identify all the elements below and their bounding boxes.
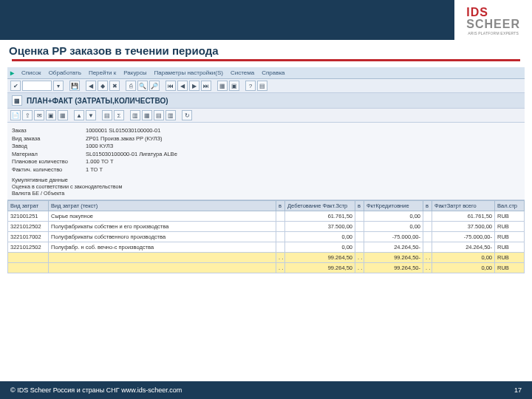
col-header[interactable]: в [355,200,364,211]
next-page-icon[interactable]: ▶ [189,81,200,91]
table-cell [276,242,285,252]
table-cell: 0,00 [432,262,495,273]
menu-settings[interactable]: Параметры настройки(S) [154,69,223,76]
overview-icon[interactable]: ▦ [12,95,22,106]
col-icon[interactable]: ▦ [58,110,68,120]
find-next-icon[interactable]: 🔎 [149,81,160,91]
col-header[interactable]: ФктКредитовние [364,200,423,211]
layout-icon[interactable]: ▤ [257,81,267,91]
table-cell: 99.264,50- [364,252,423,262]
menu-list[interactable]: Список [21,69,41,76]
prev-page-icon[interactable]: ◀ [177,81,188,91]
back-icon[interactable]: ◀ [86,81,96,91]
toolbar-main: ✔ ▾ 💾 ◀ ◆ ✖ ⎙ 🔍 🔎 ⏮ ◀ ▶ ⏭ ▦ ▣ ? ▤ [7,79,525,93]
table-cell: 0,00 [364,221,423,231]
table-cell: Полуфабрикаты собствен и его производств… [49,221,276,231]
table-cell [276,211,285,221]
exit-icon[interactable]: ◆ [98,81,108,91]
table-cell: 37.500,00 [432,221,495,231]
table-cell [8,252,49,262]
dropdown-icon[interactable]: ▾ [53,81,64,91]
menu-help[interactable]: Справка [262,69,284,76]
last-page-icon[interactable]: ⏭ [201,81,211,91]
table-row[interactable]: . .99.264,50. .99.264,50-. .0,00RUB [8,262,525,273]
mail-icon[interactable]: ✉ [34,110,44,120]
detail-value: 1000001 SL015030100000-01 [86,127,520,134]
col-header[interactable]: Вид затрат [8,200,49,211]
grid-icon[interactable]: ▦ [142,110,152,120]
col3-icon[interactable]: ▥ [166,110,176,120]
table-cell: 99.264,50- [364,262,423,273]
table-cell: 37.500,00 [285,221,355,231]
detail-row: Вид заказаZP01 Произв.заказ PP (КУЛЗ) [12,135,520,142]
table-cell [423,242,432,252]
detail-row: МатериалSL015030100000-01 Лигатура ALBe [12,151,520,157]
ok-button[interactable]: ✔ [10,81,21,91]
sort-asc-icon[interactable]: ▲ [74,110,84,120]
col-header[interactable]: в [423,200,432,211]
save-icon[interactable]: 💾 [69,81,80,91]
cumulative-block: Кумулятивные данные Оценка в соответстви… [12,177,520,197]
table-cell: 3221012502 [8,221,49,231]
table-row[interactable]: 3221012502Полуфабрикаты собствен и его п… [8,221,525,231]
sum-icon[interactable]: Σ [114,110,124,120]
export-icon[interactable]: ⇪ [22,110,33,120]
detail-icon[interactable]: ▣ [46,110,56,120]
new-session-icon[interactable]: ▦ [217,81,228,91]
system-menu-icon[interactable]: ▸ [10,69,14,77]
sort-desc-icon[interactable]: ▼ [86,110,96,120]
shortcut-icon[interactable]: ▣ [229,81,239,91]
first-page-icon[interactable]: ⏮ [166,81,176,91]
print-icon[interactable]: ⎙ [126,81,136,91]
chart-icon[interactable]: ▥ [130,110,140,120]
table-cell: 24.264,50- [432,242,495,252]
col-header[interactable]: Вид затрат (текст) [49,200,276,211]
table-cell: 3221017002 [8,231,49,242]
detail-row: Фактич. количество1 ТО Т [12,166,520,173]
table-row[interactable]: 321001251Сырье покупное61.761,500,0061.7… [8,211,525,221]
detail-label: Материал [12,151,86,157]
table-cell: . . [355,252,364,262]
help-icon[interactable]: ? [245,81,256,91]
footer-text: © IDS Scheer Россия и страны СНГ www.ids… [10,386,182,394]
detail-value: 1 ТО Т [86,166,520,173]
table-row[interactable]: . .99.264,50. .99.264,50-. .0,00RUB [8,252,525,262]
table-cell: RUB [495,231,525,242]
col2-icon[interactable]: ▤ [154,110,164,120]
menu-views[interactable]: Ракурсы [123,69,146,76]
col-header[interactable]: в [276,200,285,211]
col-header[interactable]: Вал.стр [495,200,525,211]
table-cell: -75.000,00- [364,231,423,242]
menu-goto[interactable]: Перейти к [89,69,116,76]
table-cell: 61.761,50 [432,211,495,221]
detail-row: Завод1000 КУЛЗ [12,143,520,149]
filter-icon[interactable]: ▤ [102,110,112,120]
table-row[interactable]: 3221017002Полуфабрикаты собственного про… [8,231,525,242]
table-cell: . . [355,262,364,273]
detail-value: 1000 КУЛЗ [86,143,520,149]
detail-row: Плановое количество1.000 ТО Т [12,158,520,165]
detail-label: Вид заказа [12,135,86,142]
col-header[interactable]: ФактЗатрт всего [432,200,495,211]
col-header[interactable]: Дебетование Факт.Зстр [285,200,355,211]
table-cell [423,211,432,221]
find-icon[interactable]: 🔍 [137,81,148,91]
sap-window: ▸ Список Обработать Перейти к Ракурсы Па… [7,67,525,273]
command-input[interactable] [22,81,52,91]
detail-value: SL015030100000-01 Лигатура ALBe [86,151,520,157]
cum-line3: Валюта БЕ / Объекта [12,190,520,197]
menu-edit[interactable]: Обработать [49,69,81,76]
table-cell [355,242,364,252]
logo-tagline: ARIS PLATFORM EXPERTS [468,31,519,35]
doc-icon[interactable]: 📄 [10,110,21,120]
detail-label: Фактич. количество [12,166,86,173]
refresh-icon[interactable]: ↻ [182,110,192,120]
menu-system[interactable]: Система [231,69,254,76]
section-title-text: ПЛАН+ФАКТ (ЗАТРАТЫ,КОЛИЧЕСТВО) [27,97,168,105]
table-cell [423,231,432,242]
table-row[interactable]: 3221012502Полуфабр. н соб. вечно-c произ… [8,242,525,252]
table-cell: 99.264,50 [285,262,355,273]
page-number: 17 [514,386,522,394]
cancel-icon[interactable]: ✖ [109,81,120,91]
table-cell: RUB [495,252,525,262]
